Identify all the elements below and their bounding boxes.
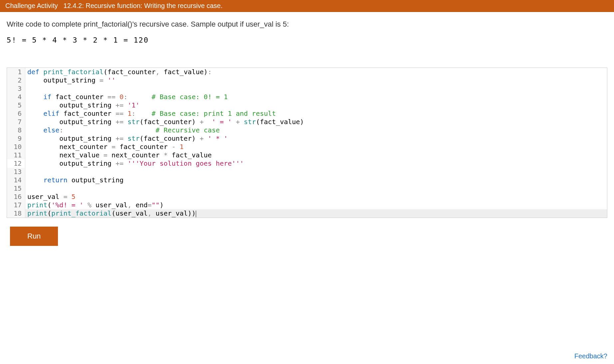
header-title: Recursive function: Writing the recursiv… <box>86 2 222 9</box>
code-line[interactable]: 16user_val = 5 <box>7 193 607 201</box>
line-number: 12 <box>7 159 25 168</box>
code-content[interactable]: if fact_counter == 0: # Base case: 0! = … <box>25 93 607 101</box>
line-number: 8 <box>7 126 25 134</box>
line-number: 16 <box>7 193 25 201</box>
line-number: 6 <box>7 109 25 118</box>
line-number: 15 <box>7 184 25 193</box>
code-line[interactable]: 9 output_string += str(fact_counter) + '… <box>7 134 607 143</box>
line-number: 2 <box>7 76 25 85</box>
code-line[interactable]: 13 <box>7 168 607 176</box>
code-content[interactable]: elif fact_counter == 1: # Base case: pri… <box>25 109 607 118</box>
code-line[interactable]: 7 output_string += str(fact_counter) + '… <box>7 118 607 126</box>
code-content[interactable]: output_string += str(fact_counter) + ' =… <box>25 118 607 126</box>
code-content[interactable]: next_counter = fact_counter - 1 <box>25 143 607 151</box>
code-content[interactable] <box>25 184 607 193</box>
line-number: 10 <box>7 143 25 151</box>
sample-output: 5! = 5 * 4 * 3 * 2 * 1 = 120 <box>0 32 614 58</box>
code-line[interactable]: 11 next_value = next_counter * fact_valu… <box>7 151 607 159</box>
code-line[interactable]: 5 output_string += '1' <box>7 101 607 109</box>
line-number: 5 <box>7 101 25 109</box>
code-line[interactable]: 2 output_string = '' <box>7 76 607 85</box>
code-content[interactable]: next_value = next_counter * fact_value <box>25 151 607 159</box>
code-line[interactable]: 6 elif fact_counter == 1: # Base case: p… <box>7 109 607 118</box>
code-content[interactable] <box>25 168 607 176</box>
line-number: 18 <box>7 209 25 218</box>
line-number: 17 <box>7 201 25 209</box>
code-line[interactable]: 1def print_factorial(fact_counter, fact_… <box>7 68 607 76</box>
code-content[interactable]: print(print_factorial(user_val, user_val… <box>25 209 607 218</box>
code-line[interactable]: 8 else: # Recursive case <box>7 126 607 134</box>
code-content[interactable]: output_string += '1' <box>25 101 607 109</box>
line-number: 1 <box>7 68 25 76</box>
code-content[interactable]: output_string += str(fact_counter) + ' *… <box>25 134 607 143</box>
line-number: 9 <box>7 134 25 143</box>
code-content[interactable]: return output_string <box>25 176 607 184</box>
code-line[interactable]: 15 <box>7 184 607 193</box>
line-number: 13 <box>7 168 25 176</box>
header-number: 12.4.2: <box>64 2 84 9</box>
header-kind: Challenge Activity <box>5 2 58 9</box>
code-editor[interactable]: 1def print_factorial(fact_counter, fact_… <box>7 68 607 218</box>
code-line[interactable]: 12 output_string += '''Your solution goe… <box>7 159 607 168</box>
challenge-header: Challenge Activity 12.4.2: Recursive fun… <box>0 0 614 12</box>
code-content[interactable]: user_val = 5 <box>25 193 607 201</box>
code-line[interactable]: 4 if fact_counter == 0: # Base case: 0! … <box>7 93 607 101</box>
line-number: 14 <box>7 176 25 184</box>
code-content[interactable]: print('%d! = ' % user_val, end="") <box>25 201 607 209</box>
text-cursor <box>196 211 196 217</box>
code-content[interactable]: def print_factorial(fact_counter, fact_v… <box>25 68 607 76</box>
line-number: 11 <box>7 151 25 159</box>
code-line[interactable]: 10 next_counter = fact_counter - 1 <box>7 143 607 151</box>
line-number: 4 <box>7 93 25 101</box>
code-content[interactable]: else: # Recursive case <box>25 126 607 134</box>
code-line[interactable]: 3 <box>7 85 607 93</box>
line-number: 7 <box>7 118 25 126</box>
line-number: 3 <box>7 85 25 93</box>
instructions-text: Write code to complete print_factorial()… <box>0 12 614 32</box>
code-content[interactable]: output_string = '' <box>25 76 607 85</box>
code-line[interactable]: 14 return output_string <box>7 176 607 184</box>
code-content[interactable] <box>25 85 607 93</box>
run-button[interactable]: Run <box>10 227 58 246</box>
code-line[interactable]: 18print(print_factorial(user_val, user_v… <box>7 209 607 218</box>
code-content[interactable]: output_string += '''Your solution goes h… <box>25 159 607 168</box>
code-line[interactable]: 17print('%d! = ' % user_val, end="") <box>7 201 607 209</box>
